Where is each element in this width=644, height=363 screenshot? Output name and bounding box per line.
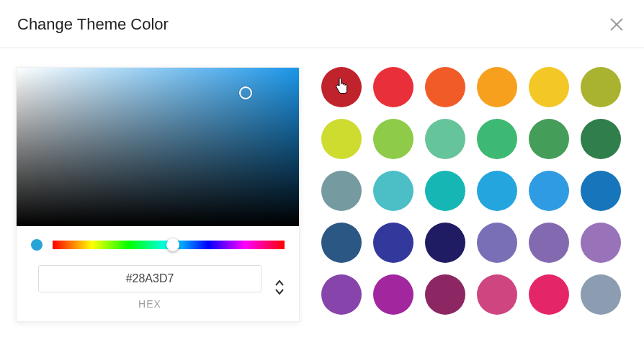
saturation-area[interactable] bbox=[17, 68, 299, 226]
color-swatch[interactable] bbox=[529, 119, 569, 159]
color-swatch[interactable] bbox=[425, 119, 465, 159]
close-icon bbox=[608, 16, 625, 33]
value-row: HEX bbox=[17, 258, 299, 321]
color-swatch[interactable] bbox=[425, 67, 465, 107]
color-swatch[interactable] bbox=[425, 223, 465, 263]
color-swatch[interactable] bbox=[529, 223, 569, 263]
close-button[interactable] bbox=[607, 14, 627, 35]
hex-input[interactable] bbox=[38, 265, 261, 292]
format-toggle[interactable] bbox=[274, 279, 285, 295]
color-swatch[interactable] bbox=[321, 274, 362, 315]
color-swatch[interactable] bbox=[321, 119, 362, 159]
color-swatch[interactable] bbox=[477, 171, 517, 211]
dialog-title: Change Theme Color bbox=[17, 15, 169, 34]
color-swatch[interactable] bbox=[581, 223, 621, 263]
color-swatch[interactable] bbox=[321, 223, 362, 263]
current-color-swatch bbox=[31, 239, 43, 251]
preset-swatches bbox=[321, 67, 621, 322]
color-swatch[interactable] bbox=[477, 119, 517, 159]
color-swatch[interactable] bbox=[581, 119, 621, 159]
pointer-cursor-icon bbox=[334, 77, 349, 97]
color-swatch[interactable] bbox=[373, 67, 413, 107]
chevron-down-icon bbox=[274, 288, 285, 295]
color-swatch[interactable] bbox=[477, 274, 517, 315]
dialog-body: HEX bbox=[0, 48, 644, 341]
custom-color-picker: HEX bbox=[16, 67, 300, 322]
color-swatch[interactable] bbox=[581, 67, 621, 107]
chevron-up-icon bbox=[274, 279, 285, 287]
hue-handle[interactable] bbox=[166, 238, 179, 251]
color-swatch[interactable] bbox=[425, 171, 465, 211]
color-swatch[interactable] bbox=[425, 274, 465, 315]
hue-row bbox=[17, 226, 299, 258]
color-swatch[interactable] bbox=[581, 274, 621, 315]
color-swatch[interactable] bbox=[373, 274, 413, 315]
color-swatch[interactable] bbox=[529, 67, 569, 107]
color-swatch[interactable] bbox=[529, 274, 569, 315]
color-swatch[interactable] bbox=[373, 223, 413, 263]
color-swatch[interactable] bbox=[321, 67, 362, 107]
color-swatch[interactable] bbox=[581, 171, 621, 211]
color-swatch[interactable] bbox=[373, 171, 413, 211]
color-swatch[interactable] bbox=[373, 119, 413, 159]
color-swatch[interactable] bbox=[321, 171, 362, 211]
color-swatch[interactable] bbox=[477, 67, 517, 107]
saturation-handle[interactable] bbox=[239, 86, 252, 99]
hue-slider[interactable] bbox=[53, 241, 285, 249]
color-swatch[interactable] bbox=[477, 223, 517, 263]
color-swatch[interactable] bbox=[529, 171, 569, 211]
dialog-header: Change Theme Color bbox=[0, 0, 644, 48]
format-label: HEX bbox=[138, 298, 161, 310]
